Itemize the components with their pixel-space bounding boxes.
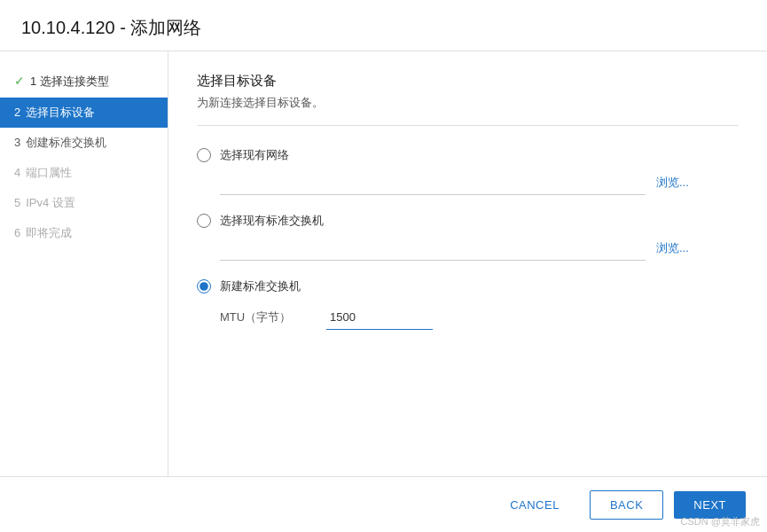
- browse-link-2[interactable]: 浏览...: [656, 240, 689, 256]
- browse-row-1: 浏览...: [220, 170, 739, 195]
- radio-option-2[interactable]: 选择现有标准交换机: [197, 213, 739, 229]
- radio-label-3: 新建标准交换机: [220, 278, 301, 294]
- radio-label-1: 选择现有网络: [220, 147, 289, 163]
- sidebar-item-step6: 6 即将完成: [0, 218, 168, 248]
- sidebar-step3-label: 创建标准交换机: [26, 135, 106, 151]
- option-block-1: 选择现有网络 浏览...: [197, 147, 739, 195]
- sidebar-step5-label: IPv4 设置: [26, 195, 75, 211]
- radio-label-2: 选择现有标准交换机: [220, 213, 324, 229]
- browse-row-2: 浏览...: [220, 236, 739, 261]
- sidebar-step4-num: 4: [14, 165, 20, 181]
- sidebar-step6-label: 即将完成: [26, 225, 72, 241]
- footer: CANCEL BACK NEXT: [0, 476, 767, 532]
- radio-input-1[interactable]: [197, 148, 211, 162]
- section-desc: 为新连接选择目标设备。: [197, 95, 739, 126]
- sidebar-step1-num: 1: [30, 74, 36, 90]
- sidebar-item-step2[interactable]: 2 选择目标设备: [0, 98, 168, 128]
- browse-input-2[interactable]: [220, 236, 646, 261]
- sidebar: ✓ 1 选择连接类型 2 选择目标设备 3 创建标准交换机 4 端口属性 5 I…: [0, 51, 168, 476]
- page-title: 10.10.4.120 - 添加网络: [0, 0, 767, 51]
- sidebar-step4-label: 端口属性: [26, 165, 72, 181]
- radio-input-3[interactable]: [197, 279, 211, 293]
- sidebar-item-step1[interactable]: ✓ 1 选择连接类型: [0, 66, 168, 98]
- browse-input-1[interactable]: [220, 170, 646, 195]
- mtu-input[interactable]: [326, 305, 433, 330]
- sidebar-item-step4: 4 端口属性: [0, 158, 168, 188]
- watermark: CSDN @莫非家虎: [681, 515, 760, 528]
- check-icon: ✓: [14, 73, 25, 90]
- sidebar-step2-num: 2: [14, 105, 20, 121]
- radio-option-1[interactable]: 选择现有网络: [197, 147, 739, 163]
- sidebar-step5-num: 5: [14, 195, 20, 211]
- sidebar-step2-label: 选择目标设备: [26, 105, 95, 121]
- sidebar-step3-num: 3: [14, 135, 20, 151]
- mtu-label: MTU（字节）: [220, 309, 326, 325]
- radio-option-3[interactable]: 新建标准交换机: [197, 278, 739, 294]
- option-block-2: 选择现有标准交换机 浏览...: [197, 213, 739, 261]
- sidebar-item-step5: 5 IPv4 设置: [0, 188, 168, 218]
- browse-link-1[interactable]: 浏览...: [656, 175, 689, 191]
- sidebar-step6-num: 6: [14, 225, 20, 241]
- sidebar-item-step3[interactable]: 3 创建标准交换机: [0, 128, 168, 158]
- content-area: 选择目标设备 为新连接选择目标设备。 选择现有网络 浏览... 选择现有标准交换…: [168, 51, 767, 476]
- mtu-row: MTU（字节）: [220, 305, 739, 330]
- option-block-3: 新建标准交换机 MTU（字节）: [197, 278, 739, 330]
- radio-input-2[interactable]: [197, 214, 211, 228]
- sidebar-step1-label: 选择连接类型: [40, 74, 109, 90]
- cancel-button[interactable]: CANCEL: [490, 491, 579, 519]
- back-button[interactable]: BACK: [590, 490, 663, 520]
- section-title: 选择目标设备: [197, 73, 739, 90]
